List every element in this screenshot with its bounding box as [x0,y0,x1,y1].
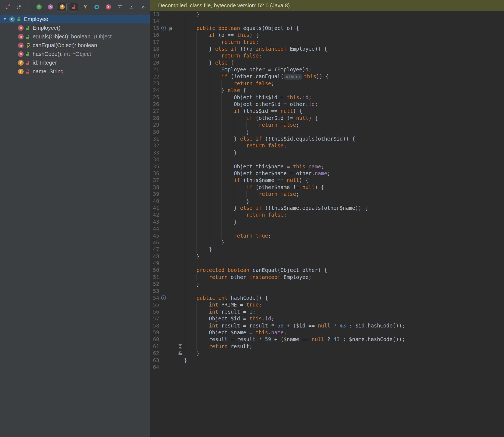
line-number[interactable]: 43 [150,218,159,225]
code-text[interactable]: int result = result * 59 + ($id == null … [184,322,405,329]
show-fields-button[interactable]: f [58,3,67,11]
line-number[interactable]: 21 [150,66,159,73]
code-text[interactable]: if (this$id == null) { [184,108,302,114]
line-number[interactable]: 14 [150,18,159,25]
structure-item-name[interactable]: fname: String [0,67,150,76]
sort-alphabetically-button[interactable]: ↓az [14,3,23,11]
line-number[interactable]: 57 [150,315,159,322]
code-text[interactable]: Object $name = this.name; [184,329,287,336]
line-number[interactable]: 60 [150,336,159,343]
code-text[interactable]: } [184,246,212,253]
line-number[interactable]: 64 [150,364,159,371]
structure-item-equals[interactable]: mequals(Object): boolean↑Object [0,32,150,41]
parameter-hint-inlay[interactable]: other: [284,74,302,80]
code-text[interactable]: } [184,129,249,135]
code-text[interactable]: return result; [184,343,253,350]
code-text[interactable]: Object this$id = this.id; [184,94,312,101]
code-text[interactable]: if (!other.canEqual(other:this)) { [184,73,329,80]
group-by-defining-type-button[interactable]: Y [81,3,90,11]
line-number[interactable]: 37 [150,177,159,184]
line-number[interactable]: 54 [150,295,159,301]
line-number[interactable]: 35 [150,163,159,170]
line-number[interactable]: 50 [150,267,159,274]
line-number[interactable]: 13 [150,11,159,18]
code-text[interactable]: return false; [184,211,287,218]
line-number[interactable]: 26 [150,101,159,108]
code-text[interactable]: } [184,239,225,246]
code-text[interactable]: if (this$name == null) { [184,177,309,184]
code-text[interactable]: if (other$id != null) { [184,115,318,122]
code-text[interactable]: } else if (!this$name.equals(other$name)… [184,205,368,211]
code-text[interactable]: return other instanceof Employee; [184,274,312,281]
code-text[interactable]: } else if (!this$id.equals(other$id)) { [184,135,355,142]
code-text[interactable]: return false; [184,80,274,87]
line-number[interactable]: 62 [150,350,159,357]
override-marker-icon[interactable]: ↑ [161,26,166,31]
code-text[interactable]: public boolean equals(Object o) { [184,25,299,32]
show-properties-button[interactable]: p [46,3,55,11]
line-number[interactable]: 32 [150,142,159,149]
code-text[interactable]: public int hashCode() { [184,295,268,301]
code-text[interactable]: return false; [184,142,287,149]
line-number[interactable]: 24 [150,87,159,94]
code-text[interactable]: return true; [184,232,271,239]
code-text[interactable]: } [184,357,187,364]
line-number[interactable]: 39 [150,191,159,198]
line-number[interactable]: 17 [150,39,159,45]
line-number[interactable]: 61 [150,343,159,350]
line-number[interactable]: 51 [150,274,159,281]
line-number[interactable]: 27 [150,108,159,114]
line-number[interactable]: 53 [150,288,159,295]
line-number[interactable]: 30 [150,129,159,135]
line-number[interactable]: 56 [150,308,159,315]
code-text[interactable]: return true; [184,39,259,45]
code-text[interactable]: } [184,11,199,18]
code-text[interactable]: int result = 1; [184,308,256,315]
line-number[interactable]: 16 [150,32,159,38]
code-text[interactable]: } [184,149,237,156]
code-text[interactable]: } [184,281,199,287]
line-number[interactable]: 33 [150,149,159,156]
show-inherited-button[interactable]: ↑ [35,3,44,11]
line-number[interactable]: 15 [150,25,159,32]
line-number[interactable]: 41 [150,205,159,211]
code-text[interactable]: return false; [184,191,299,198]
code-text[interactable]: Object this$name = this.name; [184,163,324,170]
structure-item-constructor[interactable]: mEmployee() [0,23,150,32]
structure-item-canequal[interactable]: mcanEqual(Object): boolean [0,41,150,50]
line-number[interactable]: 31 [150,135,159,142]
code-text[interactable]: return false; [184,52,262,59]
line-number[interactable]: 45 [150,232,159,239]
line-number[interactable]: 40 [150,198,159,205]
line-number[interactable]: 58 [150,322,159,329]
line-number[interactable]: 19 [150,52,159,59]
line-number[interactable]: 29 [150,122,159,128]
code-text[interactable]: } [184,253,199,260]
line-number[interactable]: 59 [150,329,159,336]
code-text[interactable]: } else if (!(o instanceof Employee)) { [184,45,327,52]
line-number[interactable]: 38 [150,184,159,191]
structure-item-id[interactable]: fid: Integer [0,58,150,67]
line-number[interactable]: 23 [150,80,159,87]
structure-item-employee-class[interactable]: ▼CEmployee [0,15,150,23]
line-number[interactable]: 47 [150,246,159,253]
show-lambdas-button[interactable]: λ [104,3,113,11]
code-text[interactable]: Employee other = (Employee)o; [184,66,312,73]
code-text[interactable]: if (o == this) { [184,32,259,38]
code-text[interactable]: int PRIME = true; [184,301,262,308]
more-actions-button[interactable]: » [139,3,147,11]
code-text[interactable]: } [184,218,237,225]
line-number[interactable]: 20 [150,59,159,66]
line-number[interactable]: 63 [150,357,159,364]
line-number[interactable]: 52 [150,281,159,287]
sort-by-visibility-button[interactable]: ↓ [2,3,11,11]
line-number[interactable]: 34 [150,156,159,163]
code-text[interactable]: result = result * 59 + ($name == null ? … [184,336,405,343]
code-text[interactable]: protected boolean canEqual(Object other)… [184,267,327,274]
code-area[interactable]: 13 }1415↑@ public boolean equals(Object … [150,11,504,371]
code-text[interactable]: Object other$id = other.id; [184,101,318,108]
code-text[interactable]: return false; [184,122,299,128]
structure-item-hashcode[interactable]: mhashCode(): int↑Object [0,50,150,58]
code-text[interactable]: Object other$name = other.name; [184,170,330,177]
line-number[interactable]: 25 [150,94,159,101]
